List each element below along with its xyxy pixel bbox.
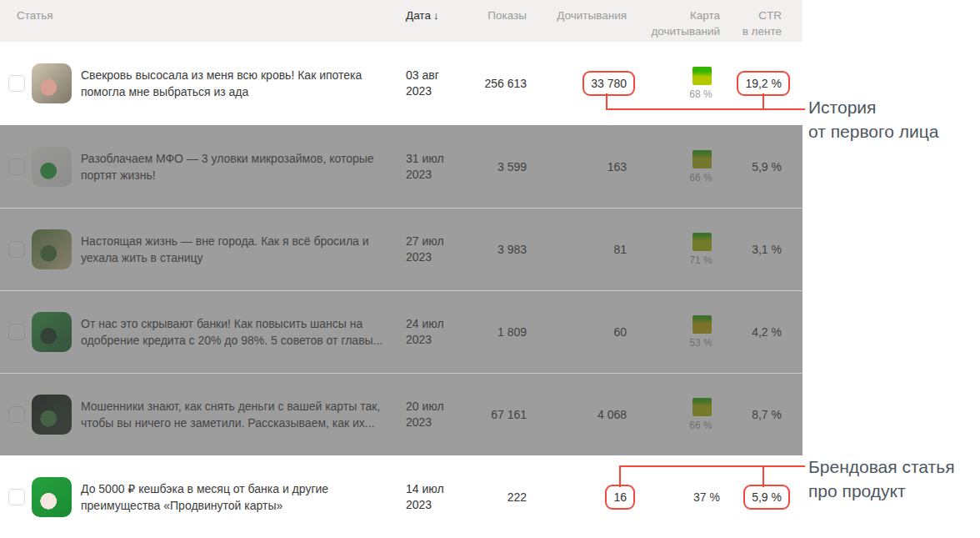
table-row[interactable]: Настоящая жизнь — вне города. Как я всё … — [0, 208, 802, 290]
annotation-line: История — [808, 95, 938, 119]
article-title-link[interactable]: До 5000 ₽ кешбэка в месяц от банка и дру… — [81, 480, 388, 514]
column-header-date-label: Дата — [406, 9, 431, 22]
row-select-checkbox[interactable] — [8, 241, 25, 258]
read-map-cell: 71 % — [620, 233, 720, 266]
ctr-number: 5,9 % — [743, 485, 790, 510]
read-map-cell: 66 % — [620, 150, 720, 184]
read-map-square — [692, 150, 712, 168]
row-select-checkbox[interactable] — [8, 75, 25, 92]
ctr-number: 8,7 % — [752, 408, 782, 421]
impressions-value: 3 599 — [446, 158, 527, 175]
ctr-value: 4,2 % — [704, 324, 782, 340]
read-map-percent: 71 % — [682, 254, 719, 266]
article-date: 20 июл 2023 — [406, 399, 458, 430]
read-map-percent: 66 % — [682, 172, 719, 184]
ctr-value: 19,2 % — [704, 75, 782, 92]
callout-line-top-ctr — [762, 93, 764, 110]
impressions-value: 1 809 — [446, 324, 527, 340]
table-header: Статья Дата↓ Показы Дочитывания Карта до… — [0, 0, 802, 42]
impressions-value: 222 — [446, 489, 527, 505]
article-thumbnail[interactable] — [32, 63, 72, 103]
article-thumbnail[interactable] — [32, 477, 72, 517]
column-header-ctr-line1: CTR — [704, 8, 782, 23]
impressions-value: 3 983 — [446, 241, 527, 258]
ctr-value: 5,9 % — [704, 158, 782, 175]
article-date-day: 31 июл — [406, 151, 458, 167]
article-title-link[interactable]: От нас это скрывают банки! Как повысить … — [81, 315, 388, 349]
table-row[interactable]: До 5000 ₽ кешбэка в месяц от банка и дру… — [0, 455, 802, 538]
callout-line-top-reads — [606, 93, 608, 110]
column-header-ctr-line2: в ленте — [704, 23, 782, 39]
impressions-value: 67 161 — [446, 406, 527, 423]
row-select-checkbox[interactable] — [8, 406, 25, 423]
column-header-ctr[interactable]: CTR в ленте — [704, 8, 782, 39]
article-date: 31 июл 2023 — [406, 151, 458, 183]
row-select-checkbox[interactable] — [8, 489, 25, 505]
article-thumbnail[interactable] — [32, 395, 72, 435]
table-row[interactable]: Мошенники знают, как снять деньги с ваше… — [0, 373, 802, 455]
row-select-checkbox[interactable] — [8, 324, 25, 340]
callout-line-bottom-ctr — [762, 465, 764, 487]
annotation-line: Брендовая статья — [808, 455, 955, 479]
reads-number: 81 — [613, 243, 627, 256]
table-body: Свекровь высосала из меня всю кровь! Как… — [0, 42, 802, 538]
callout-line-bottom-reads — [619, 465, 621, 487]
reads-value: 60 — [546, 324, 627, 340]
ctr-value: 3,1 % — [704, 241, 782, 258]
reads-number: 60 — [613, 325, 627, 339]
article-date-day: 20 июл — [406, 399, 458, 415]
ctr-number: 4,2 % — [752, 325, 782, 339]
article-title-link[interactable]: Свекровь высосала из меня всю кровь! Как… — [81, 67, 388, 100]
read-map-square — [692, 233, 712, 251]
table-row[interactable]: Свекровь высосала из меня всю кровь! Как… — [0, 42, 802, 125]
read-map-cell: 66 % — [620, 398, 720, 431]
article-title-link[interactable]: Настоящая жизнь — вне города. Как я всё … — [81, 233, 388, 266]
callout-line-top-horizontal — [606, 108, 805, 110]
reads-value: 33 780 — [546, 75, 627, 92]
reads-value: 4 068 — [546, 406, 627, 423]
article-date-year: 2023 — [406, 249, 458, 265]
reads-value: 81 — [546, 241, 627, 258]
ctr-number: 19,2 % — [737, 71, 790, 96]
ctr-value: 5,9 % — [704, 489, 782, 505]
sort-desc-icon: ↓ — [433, 9, 439, 22]
table-row[interactable]: Разоблачаем МФО — 3 уловки микрозаймов, … — [0, 125, 802, 208]
ctr-value: 8,7 % — [704, 406, 782, 423]
article-date-year: 2023 — [406, 332, 458, 348]
read-map-percent: 53 % — [682, 337, 719, 349]
column-header-impressions[interactable]: Показы — [446, 8, 527, 23]
articles-analytics-screen: Статья Дата↓ Показы Дочитывания Карта до… — [0, 0, 980, 538]
annotation-branded-article: Брендовая статья про продукт — [808, 455, 955, 503]
column-header-date[interactable]: Дата↓ — [406, 8, 438, 23]
article-title-link[interactable]: Разоблачаем МФО — 3 уловки микрозаймов, … — [81, 150, 388, 184]
annotation-first-person-story: История от первого лица — [808, 95, 938, 143]
article-thumbnail[interactable] — [32, 312, 72, 352]
ctr-number: 3,1 % — [752, 243, 782, 256]
article-date: 24 июл 2023 — [406, 316, 458, 348]
read-map-cell: 53 % — [620, 315, 720, 349]
article-date-day: 24 июл — [406, 316, 458, 332]
article-date-year: 2023 — [406, 415, 458, 430]
article-title-link[interactable]: Мошенники знают, как снять деньги с ваше… — [81, 398, 388, 431]
reads-value: 163 — [546, 158, 627, 175]
column-header-article[interactable]: Статья — [17, 8, 53, 23]
article-thumbnail[interactable] — [32, 147, 72, 187]
column-header-reads[interactable]: Дочитывания — [546, 8, 627, 23]
article-date-year: 2023 — [406, 167, 458, 183]
row-select-checkbox[interactable] — [8, 158, 25, 175]
callout-line-bottom-horizontal — [619, 465, 805, 467]
read-map-percent: 66 % — [682, 420, 719, 431]
article-date-day: 27 июл — [406, 234, 458, 249]
reads-number: 4 068 — [598, 408, 627, 421]
impressions-value: 256 613 — [446, 75, 527, 92]
article-date: 27 июл 2023 — [406, 234, 458, 265]
reads-value: 16 — [546, 489, 627, 505]
reads-number: 163 — [608, 160, 627, 173]
ctr-number: 5,9 % — [752, 160, 782, 173]
annotation-line: от первого лица — [808, 119, 938, 143]
article-thumbnail[interactable] — [32, 229, 72, 269]
table-row[interactable]: От нас это скрывают банки! Как повысить … — [0, 290, 802, 373]
annotation-line: про продукт — [808, 479, 955, 503]
read-map-square — [692, 315, 712, 334]
read-map-square — [692, 398, 712, 416]
